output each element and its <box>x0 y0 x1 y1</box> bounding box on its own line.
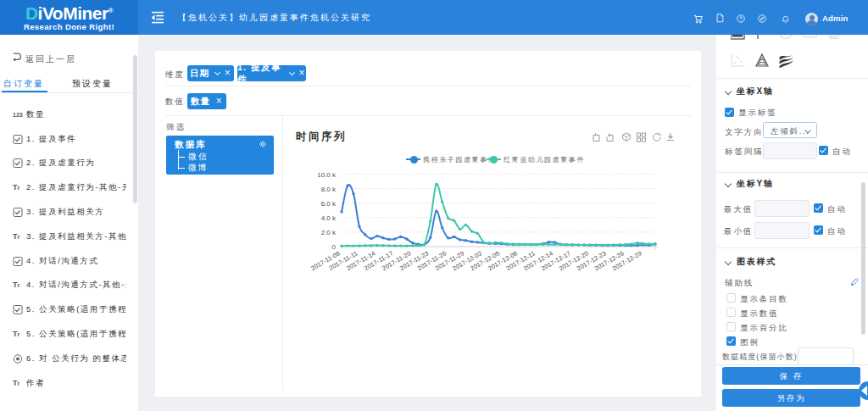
svg-text:8.0 k: 8.0 k <box>321 186 337 193</box>
svg-text:6.0 k: 6.0 k <box>321 200 337 208</box>
svg-text:2.0 k: 2.0 k <box>321 229 337 236</box>
svg-text:10.0 k: 10.0 k <box>317 171 337 179</box>
svg-text:4.0 k: 4.0 k <box>321 214 337 222</box>
